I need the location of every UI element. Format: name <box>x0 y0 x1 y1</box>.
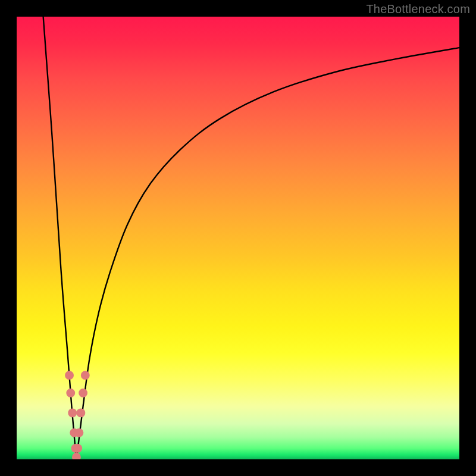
bead-point <box>81 371 90 380</box>
bead-point <box>65 371 74 380</box>
bead-point <box>76 408 85 417</box>
bead-point <box>66 389 75 397</box>
bead-point <box>79 389 87 397</box>
chart-svg <box>17 17 459 459</box>
bead-point <box>68 408 77 417</box>
bead-point <box>73 444 82 453</box>
curve-layer <box>43 17 459 459</box>
plot-area <box>17 17 459 459</box>
watermark-text: TheBottleneck.com <box>366 2 470 16</box>
bottleneck-curve-right <box>76 48 459 459</box>
chart-frame: TheBottleneck.com <box>0 0 476 476</box>
bead-point <box>72 453 81 459</box>
bead-point <box>74 428 83 437</box>
